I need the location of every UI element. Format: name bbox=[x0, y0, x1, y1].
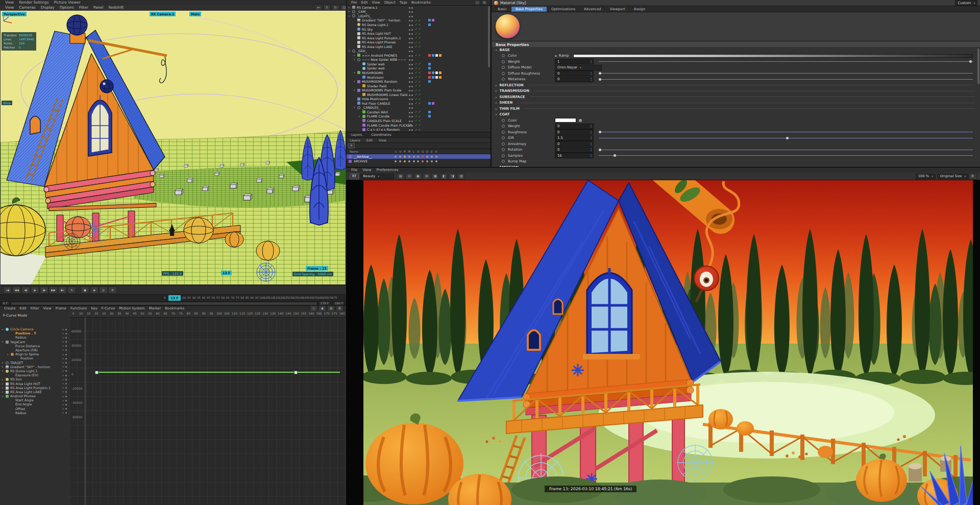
record-dots-icon[interactable] bbox=[65, 400, 67, 401]
layers-menu-item[interactable]: Layers bbox=[347, 138, 363, 142]
keyframe-point[interactable] bbox=[294, 371, 298, 374]
ab-compare-icon[interactable]: ◧ bbox=[440, 173, 448, 180]
tag-chips-icon[interactable] bbox=[428, 54, 431, 57]
fcurve-tree-row[interactable]: ▾ YagaCam bbox=[0, 340, 69, 344]
coat-rotation-field[interactable]: 0 bbox=[555, 147, 594, 153]
object-row[interactable]: Mushroom ✓✓ bbox=[347, 75, 491, 80]
tag-chips-icon[interactable] bbox=[428, 71, 431, 74]
coat-weight-field[interactable]: 0 bbox=[555, 124, 594, 129]
expand-arrow-icon[interactable]: ▸ bbox=[2, 362, 6, 364]
timeline-menu-item[interactable]: Functions bbox=[68, 306, 89, 310]
expand-arrow-icon[interactable]: ▸ bbox=[349, 6, 352, 9]
record-dots-icon[interactable] bbox=[65, 362, 67, 364]
viewport-menu-item[interactable]: Display bbox=[38, 5, 57, 10]
expand-arrow-icon[interactable]: ▾ bbox=[2, 341, 6, 343]
layer-color-icon[interactable] bbox=[349, 160, 352, 163]
enabled-checks[interactable]: ✓✓ bbox=[415, 102, 424, 105]
object-row[interactable]: RS Sky ✓✓ bbox=[347, 27, 491, 32]
render-pass-dropdown[interactable]: Beauty bbox=[360, 174, 394, 179]
record-dots-icon[interactable] bbox=[65, 341, 67, 343]
timeline-menu-item[interactable]: Filter bbox=[29, 306, 41, 310]
object-row[interactable]: ▾ MUSHROOMS ✓✓ bbox=[347, 70, 491, 75]
fcurve-tree-row[interactable]: ▸ RS Sun bbox=[0, 377, 69, 381]
autokey-button[interactable]: ◎ bbox=[99, 286, 108, 294]
expand-arrow-icon[interactable]: ▾ bbox=[2, 395, 6, 398]
enabled-checks[interactable]: ✓✓ bbox=[415, 67, 424, 70]
timeline-menu-item[interactable]: Create bbox=[2, 306, 18, 310]
fcurve-tree-row[interactable]: Exposure (EV) bbox=[0, 373, 69, 377]
expand-arrow-icon[interactable]: ▾ bbox=[2, 328, 6, 331]
material-tab[interactable]: Viewport bbox=[606, 7, 629, 12]
fcurve-tree-row[interactable]: Start Angle bbox=[0, 398, 69, 402]
zoom-dropdown[interactable]: 100 % bbox=[916, 174, 936, 179]
object-menu-item[interactable]: Bookmarks bbox=[409, 0, 433, 5]
object-menu-item[interactable]: Object bbox=[382, 0, 398, 5]
enabled-checks[interactable]: ✓✓ bbox=[415, 36, 424, 39]
viewport-menu-item[interactable]: View bbox=[3, 5, 16, 10]
fcurve-tree-row[interactable]: Radius bbox=[0, 335, 69, 340]
anim-dot-icon[interactable] bbox=[502, 54, 505, 57]
enabled-checks[interactable]: ✓✓ bbox=[415, 54, 424, 57]
anim-dot-icon[interactable] bbox=[502, 66, 505, 69]
enabled-checks[interactable]: ✓✓ bbox=[415, 89, 424, 92]
collapsed-section-header[interactable]: TRANSMISSION bbox=[492, 88, 980, 94]
size-dropdown[interactable]: Original Size bbox=[938, 174, 968, 179]
viewport-menu-item[interactable]: Redshift bbox=[106, 5, 127, 10]
visibility-dots-icon[interactable] bbox=[409, 127, 415, 132]
enabled-checks[interactable]: ✓✓ bbox=[415, 84, 424, 87]
timeline-scrubber[interactable]: 0510152025303540455055606570758085909510… bbox=[0, 294, 346, 302]
enabled-checks[interactable]: ✓✓ bbox=[415, 76, 424, 79]
keyframe-button[interactable]: ◆ bbox=[90, 286, 99, 294]
tag-chips-icon[interactable] bbox=[428, 76, 431, 79]
color-ramp-bar[interactable] bbox=[573, 54, 973, 58]
record-dots-icon[interactable] bbox=[65, 379, 67, 380]
layer-color-icon[interactable] bbox=[349, 155, 352, 158]
object-row[interactable]: Shader Field ✓✓ bbox=[347, 84, 491, 88]
object-row[interactable]: Spider web ✓✓ bbox=[347, 66, 491, 71]
object-row[interactable]: RS Area Light Pumpkin.1 ✓✓ bbox=[347, 36, 491, 40]
object-row[interactable]: CANDLES Plain SCALE ✓✓ bbox=[347, 118, 491, 123]
fcurve-tree-row[interactable]: ▸ Gradient "SKY" - horizon bbox=[0, 365, 69, 369]
render-menu-item[interactable]: View bbox=[360, 167, 374, 173]
fcurve-tree-row[interactable]: ▸ RS Area Light LAKE bbox=[0, 390, 69, 394]
anim-dot-icon[interactable] bbox=[502, 142, 505, 146]
goto-start-button[interactable]: |◀ bbox=[3, 286, 12, 294]
tag-chips-icon[interactable] bbox=[428, 80, 431, 83]
object-menu-item[interactable]: Edit bbox=[359, 0, 370, 5]
coat-roughness-field[interactable]: 0 bbox=[555, 129, 594, 135]
object-row[interactable]: ▸ _CAM_ bbox=[347, 10, 491, 14]
split-icon[interactable]: ◨ bbox=[449, 173, 456, 180]
expand-arrow-icon[interactable]: ▸ bbox=[2, 382, 6, 385]
expand-arrow-icon[interactable]: ▸ bbox=[349, 10, 352, 13]
record-dots-icon[interactable] bbox=[65, 354, 67, 355]
layer-row[interactable]: ARCHIVE bbox=[347, 159, 491, 163]
enabled-checks[interactable]: ✓✓ bbox=[415, 93, 424, 96]
fcurve-tree-row[interactable]: Aperture (f/8) bbox=[0, 348, 69, 352]
object-row[interactable]: ▾ MUSHROOMS Random ✓✓ bbox=[347, 79, 491, 84]
anim-dot-icon[interactable] bbox=[502, 154, 505, 157]
material-tab[interactable]: Assign bbox=[630, 7, 649, 12]
enabled-checks[interactable]: ✓✓ bbox=[415, 23, 424, 26]
anim-dot-icon[interactable] bbox=[502, 148, 505, 151]
timeline-menu-item[interactable]: F-Curve bbox=[100, 306, 117, 310]
coat-samples-slider[interactable] bbox=[599, 154, 973, 157]
tag-chips-icon[interactable] bbox=[428, 63, 431, 65]
object-row[interactable]: ▾ _LIGHTS_ bbox=[347, 14, 491, 18]
anim-dot-icon[interactable] bbox=[502, 119, 505, 122]
region-icon[interactable]: ▣ bbox=[414, 173, 422, 180]
viewport-menu-item[interactable]: Filter bbox=[77, 5, 91, 10]
fcurve-tree-row[interactable]: ▸ RS Area Light HUT bbox=[0, 381, 69, 386]
layers-tab[interactable]: Layers bbox=[347, 132, 367, 137]
add-layer-button[interactable]: + bbox=[348, 143, 355, 149]
record-dots-icon[interactable] bbox=[65, 383, 67, 384]
enabled-checks[interactable]: ✓✓ bbox=[415, 115, 424, 118]
viewport-menu-item[interactable]: Panel bbox=[91, 5, 106, 10]
object-row[interactable]: RS Area Light Phones ✓✓ bbox=[347, 40, 491, 44]
collapsed-section-header[interactable]: SUBSURFACE bbox=[492, 94, 980, 100]
ramp-label[interactable]: Ramp bbox=[559, 54, 569, 58]
layer-toggles[interactable] bbox=[394, 156, 438, 158]
layer-toggles[interactable] bbox=[394, 160, 438, 162]
object-row[interactable]: RS Area Light LAKE ✓✓ bbox=[347, 44, 491, 49]
rt-toggle-button[interactable]: RT bbox=[350, 173, 359, 179]
object-menu-item[interactable]: View bbox=[370, 0, 382, 5]
